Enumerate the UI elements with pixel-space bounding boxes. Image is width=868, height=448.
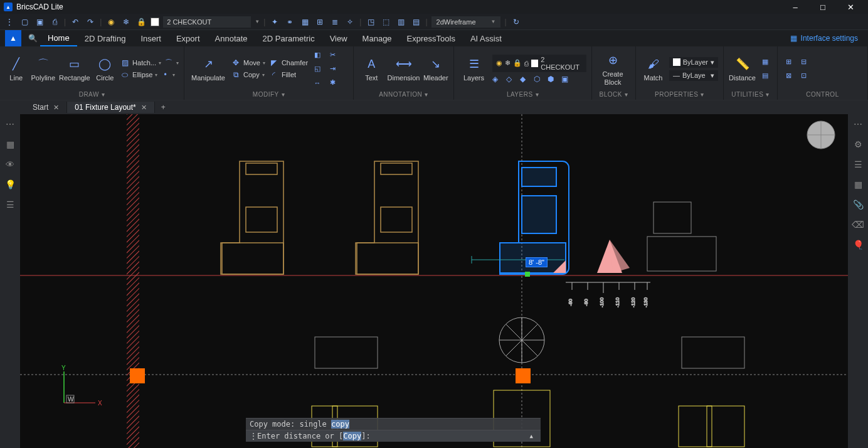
color-swatch[interactable]	[151, 18, 159, 26]
text-button[interactable]: AText	[359, 55, 384, 82]
ltype-bylayer-dropdown[interactable]: —ByLaye▾	[669, 70, 718, 81]
bulb-icon[interactable]: ◉	[105, 16, 117, 28]
layer-tool-1[interactable]: ◈	[492, 75, 504, 83]
current-layer-dropdown[interactable]: ◉❄🔒⎙2 CHECKOUT	[492, 55, 586, 72]
save-icon[interactable]: ⎙	[49, 16, 60, 28]
visual-style-dropdown[interactable]: 2dWireframe▼	[431, 16, 501, 28]
tab-insert[interactable]: Insert	[133, 31, 169, 46]
util-2[interactable]: ▤	[760, 70, 771, 82]
bulb-icon[interactable]: 💡	[5, 179, 16, 189]
open-icon[interactable]: ▣	[34, 16, 45, 28]
undo-icon[interactable]: ↶	[70, 16, 81, 28]
ctrl-4[interactable]: ⊡	[798, 70, 809, 82]
maximize-button[interactable]: □	[809, 0, 837, 14]
snow-icon[interactable]: ❄	[120, 16, 132, 28]
chamfer-button[interactable]: ◤Chamfer	[269, 58, 308, 68]
doctab-start[interactable]: Start✕	[25, 102, 67, 113]
refresh-icon[interactable]: ↻	[511, 16, 522, 28]
doctab-fixture[interactable]: 01 Fixture Layout*✕	[67, 102, 154, 113]
more-icon[interactable]: ⋯	[6, 119, 14, 129]
fillet-button[interactable]: ◜Fillet	[269, 70, 308, 80]
ctrl-1[interactable]: ⊞	[783, 56, 794, 68]
add-tab-button[interactable]: +	[155, 102, 172, 113]
spark-icon[interactable]: ✧	[344, 16, 356, 28]
dimension-button[interactable]: ⟷Dimension	[388, 55, 420, 82]
rectangle-button[interactable]: ▭Rectangle	[59, 55, 90, 82]
mirror-icon[interactable]: ◧	[312, 50, 323, 61]
array-icon[interactable]: ⊞	[314, 16, 326, 28]
new-icon[interactable]: ▢	[19, 16, 30, 28]
expand-icon[interactable]: ▲	[526, 433, 537, 439]
circle-button[interactable]: ◯Circle	[94, 55, 117, 82]
cmd-input-line[interactable]: ⋮Enter distance or [Copy]:▲	[246, 430, 541, 442]
redo-icon[interactable]: ↷	[85, 16, 96, 28]
command-bar[interactable]: Copy mode: single copy ⋮Enter distance o…	[246, 418, 541, 442]
hatch-button[interactable]: ▨Hatch...▾⌒▾	[120, 58, 179, 68]
eye-icon[interactable]: 👁	[6, 159, 14, 169]
more-icon[interactable]: ⋯	[854, 119, 862, 129]
grid-icon[interactable]: ▦	[6, 139, 14, 149]
tab-expresstools[interactable]: ExpressTools	[400, 31, 463, 46]
lock-icon[interactable]: 🔒	[135, 16, 147, 28]
blockify-icon[interactable]: ▦	[299, 16, 310, 28]
close-icon[interactable]: ✕	[53, 104, 59, 112]
minimize-button[interactable]: –	[781, 0, 809, 14]
close-button[interactable]: ✕	[837, 0, 864, 14]
polyline-button[interactable]: ⌒Polyline	[31, 55, 56, 82]
extend-icon[interactable]: ⇥	[327, 63, 338, 75]
match-button[interactable]: 🖌Match	[641, 55, 665, 82]
ctrl-2[interactable]: ⊟	[798, 56, 809, 68]
balloon-icon[interactable]: 🎈	[853, 240, 864, 250]
tab-2d-drafting[interactable]: 2D Drafting	[77, 31, 134, 46]
mleader-button[interactable]: ↘Mleader	[423, 55, 449, 82]
stretch-icon[interactable]: ↔	[312, 77, 323, 88]
drawing-canvas[interactable]: -80 -90 -100 -110 -120 -130	[20, 114, 848, 448]
order-icon[interactable]: ≣	[329, 16, 341, 28]
chevron-down-icon[interactable]: ▼	[255, 19, 260, 24]
layer-tool-6[interactable]: ▣	[561, 75, 573, 83]
explode-icon[interactable]: ✱	[327, 77, 338, 88]
connect-icon[interactable]: ⚭	[284, 16, 295, 28]
distance-button[interactable]: 📏Distance	[729, 55, 756, 82]
cube-icon[interactable]: ◳	[365, 16, 376, 28]
layer-tool-3[interactable]: ◆	[520, 75, 531, 83]
multi-icon[interactable]: ▥	[395, 16, 406, 28]
search-icon[interactable]: 🔍	[25, 34, 40, 43]
ctrl-3[interactable]: ⊠	[783, 70, 794, 82]
manipulate-button[interactable]: ↗Manipulate	[189, 55, 227, 82]
box-icon[interactable]: ⬚	[380, 16, 391, 28]
interface-settings-button[interactable]: ▦Interface settings	[790, 34, 863, 43]
tab-manage[interactable]: Manage	[355, 31, 400, 46]
create-block-button[interactable]: ⊕Create Block	[597, 51, 628, 85]
layer-tool-4[interactable]: ⬡	[534, 75, 545, 83]
tab-annotate[interactable]: Annotate	[208, 31, 255, 46]
tab-2d-parametric[interactable]: 2D Parametric	[255, 31, 322, 46]
tab-export[interactable]: Export	[169, 31, 208, 46]
layers-icon[interactable]: ☰	[854, 159, 862, 169]
layer-tool-5[interactable]: ⬢	[548, 75, 559, 83]
attach-icon[interactable]: 📎	[853, 200, 864, 210]
wand-icon[interactable]: ✦	[269, 16, 280, 28]
view-cube[interactable]	[805, 119, 837, 151]
line-button[interactable]: ╱Line	[5, 55, 28, 82]
app-menu-button[interactable]: ▲	[5, 30, 21, 46]
layer-tool-2[interactable]: ◇	[506, 75, 517, 83]
copy-button[interactable]: ⧉Copy▾	[231, 70, 265, 80]
stack-icon[interactable]: ▤	[410, 16, 421, 28]
app-icon[interactable]: ▦	[854, 179, 862, 189]
qat-layer-dropdown[interactable]: 2 CHECKOUT	[163, 16, 251, 28]
move-button[interactable]: ✥Move▾	[231, 58, 265, 68]
eraser-icon[interactable]: ⌫	[852, 220, 864, 230]
trim-icon[interactable]: ✂	[327, 50, 338, 61]
tab-ai-assist[interactable]: AI Assist	[463, 31, 509, 46]
tab-view[interactable]: View	[322, 31, 355, 46]
scale-icon[interactable]: ◱	[312, 63, 323, 75]
close-icon[interactable]: ✕	[141, 104, 147, 112]
util-1[interactable]: ▦	[760, 56, 771, 68]
tab-home[interactable]: Home	[40, 31, 77, 46]
sliders-icon[interactable]: ⚙	[854, 139, 862, 149]
ellipse-button[interactable]: ⬭Ellipse▾•▾	[120, 70, 179, 80]
color-bylayer-dropdown[interactable]: ByLayer▾	[669, 57, 718, 68]
layers-button[interactable]: ☰Layers	[459, 55, 489, 82]
tree-icon[interactable]: ☰	[6, 200, 14, 210]
